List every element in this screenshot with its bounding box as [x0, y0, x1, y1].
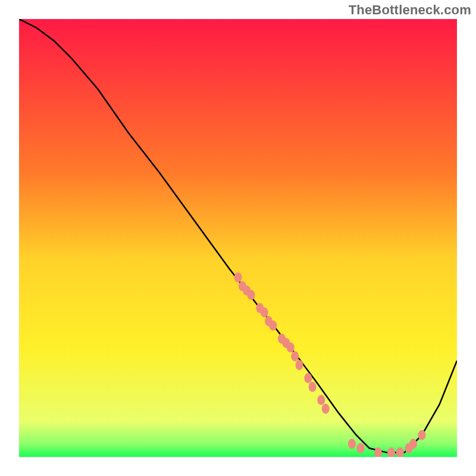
data-point — [296, 360, 303, 370]
data-point — [261, 308, 268, 318]
gradient-background — [19, 19, 457, 457]
data-point — [248, 290, 255, 300]
data-point — [304, 373, 312, 383]
data-point — [387, 447, 395, 458]
data-point — [291, 351, 299, 361]
data-point — [396, 447, 404, 458]
data-point — [374, 447, 382, 458]
data-point — [317, 395, 325, 405]
data-point — [309, 382, 317, 392]
data-point — [269, 321, 277, 331]
chart-canvas: TheBottleneck.com — [0, 0, 476, 476]
data-point — [348, 439, 356, 449]
data-point — [409, 439, 417, 449]
watermark-text: TheBottleneck.com — [349, 2, 471, 18]
data-point — [418, 430, 426, 440]
plot-svg — [0, 0, 476, 476]
data-point — [234, 273, 242, 283]
data-point — [322, 404, 330, 414]
data-point — [357, 443, 365, 453]
data-point — [287, 343, 295, 353]
